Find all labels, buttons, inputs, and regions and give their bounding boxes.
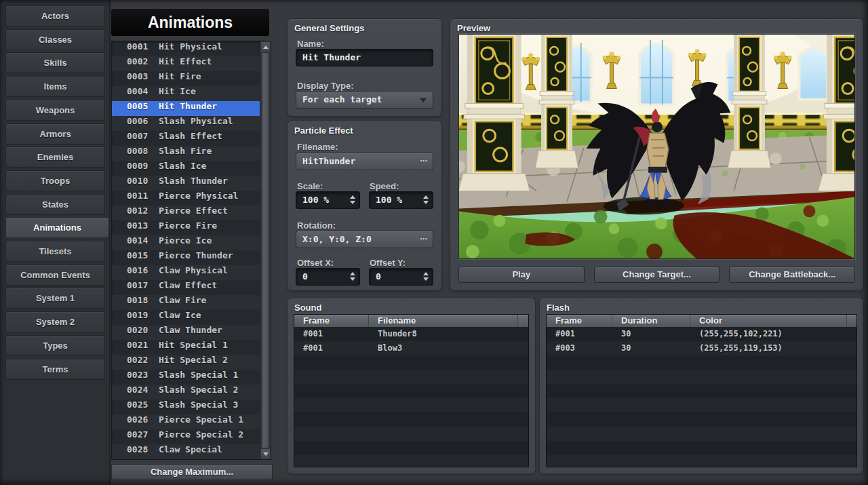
list-item-0001[interactable]: 0001 Hit Physical	[112, 41, 260, 56]
sidebar-tab-terms[interactable]: Terms	[5, 359, 105, 380]
scroll-down-button[interactable]	[261, 449, 270, 459]
table-row[interactable]: #001Thunder8	[294, 327, 528, 341]
offset-x-spinner[interactable]: 0	[296, 268, 360, 286]
list-item-0006[interactable]: 0006 Slash Physical	[112, 116, 260, 131]
list-item-0026[interactable]: 0026 Pierce Special 1	[112, 414, 260, 429]
column-header-color[interactable]: Color	[690, 315, 847, 327]
list-item-0016[interactable]: 0016 Claw Physical	[112, 265, 260, 280]
display-type-dropdown[interactable]: For each target	[296, 91, 433, 109]
list-item-0002[interactable]: 0002 Hit Effect	[112, 56, 260, 71]
list-item-0008[interactable]: 0008 Slash Fire	[112, 146, 260, 161]
change-maximum-button[interactable]: Change Maximum...	[111, 464, 273, 480]
display-type-label: Display Type:	[297, 81, 354, 91]
scroll-thumb[interactable]	[262, 52, 269, 448]
table-cell: #001	[547, 327, 612, 341]
list-scrollbar[interactable]	[260, 41, 271, 459]
table-row[interactable]: #00330(255,255,119,153)	[547, 341, 856, 355]
table-cell: (255,255,119,153)	[690, 341, 847, 355]
list-item-0004[interactable]: 0004 Hit Ice	[112, 86, 260, 101]
list-item-0015[interactable]: 0015 Pierce Thunder	[112, 250, 260, 265]
sidebar-tab-troops[interactable]: Troops	[5, 170, 105, 191]
column-header-stub	[518, 315, 528, 327]
list-item-0010[interactable]: 0010 Slash Thunder	[112, 176, 260, 191]
list-item-0007[interactable]: 0007 Slash Effect	[112, 131, 260, 146]
name-input[interactable]: Hit Thunder	[296, 49, 433, 66]
flash-table[interactable]: Frame Duration Color #00130(255,255,102,…	[547, 315, 856, 467]
flash-table-body: #00130(255,255,102,221)#00330(255,255,11…	[547, 327, 856, 355]
filename-button[interactable]: HitThunder ...	[296, 153, 433, 170]
table-cell: Blow3	[369, 341, 518, 355]
sidebar-tab-weapons[interactable]: Weapons	[5, 100, 105, 121]
animation-listbox[interactable]: 0001 Hit Physical0002 Hit Effect0003 Hit…	[111, 41, 271, 460]
sidebar-tab-types[interactable]: Types	[5, 335, 105, 356]
spinner-arrows-icon[interactable]	[350, 272, 355, 281]
sound-panel: Sound Frame Filename #001Thunder8#001Blo…	[288, 298, 535, 473]
battleback-art	[459, 35, 854, 258]
scroll-up-button[interactable]	[261, 42, 270, 52]
sidebar-tab-enemies[interactable]: Enemies	[5, 147, 105, 168]
table-cell: (255,255,102,221)	[690, 327, 847, 341]
list-item-0027[interactable]: 0027 Pierce Special 2	[112, 429, 260, 444]
list-item-0025[interactable]: 0025 Slash Special 3	[112, 400, 260, 414]
rotation-value: X:0, Y:0, Z:0	[302, 234, 372, 244]
list-item-0021[interactable]: 0021 Hit Special 1	[112, 340, 260, 355]
rotation-button[interactable]: X:0, Y:0, Z:0 ...	[296, 231, 433, 248]
column-header-frame[interactable]: Frame	[547, 315, 612, 327]
change-battleback-button[interactable]: Change Battleback...	[729, 267, 855, 283]
list-item-0020[interactable]: 0020 Claw Thunder	[112, 325, 260, 340]
table-cell: #001	[294, 327, 369, 341]
panel-title: General Settings	[294, 23, 364, 33]
list-item-0022[interactable]: 0022 Hit Special 2	[112, 355, 260, 370]
display-type-value: For each target	[302, 94, 382, 104]
table-row[interactable]: #001Blow3	[294, 341, 528, 355]
sidebar-tab-system-2[interactable]: System 2	[5, 311, 105, 332]
sidebar-tab-animations[interactable]: Animations	[5, 217, 109, 238]
speed-spinner[interactable]: 100 %	[369, 191, 433, 209]
sound-table-header: Frame Filename	[294, 315, 528, 327]
sound-table[interactable]: Frame Filename #001Thunder8#001Blow3	[294, 315, 528, 467]
list-item-0019[interactable]: 0019 Claw Ice	[112, 310, 260, 325]
rotation-label: Rotation:	[297, 220, 336, 231]
flash-panel: Flash Frame Duration Color #00130(255,25…	[540, 298, 863, 473]
chevron-down-icon	[420, 98, 427, 102]
list-item-0018[interactable]: 0018 Claw Fire	[112, 295, 260, 310]
sidebar-tab-classes[interactable]: Classes	[5, 29, 105, 50]
list-item-0011[interactable]: 0011 Pierce Physical	[112, 191, 260, 206]
sidebar-tab-common-events[interactable]: Common Events	[5, 265, 105, 286]
sound-table-body: #001Thunder8#001Blow3	[294, 327, 528, 355]
sidebar-tab-actors[interactable]: Actors	[5, 5, 105, 26]
sidebar-tab-armors[interactable]: Armors	[5, 123, 105, 144]
column-header-stub	[847, 315, 856, 327]
column-header-frame[interactable]: Frame	[294, 315, 369, 327]
list-item-0023[interactable]: 0023 Slash Special 1	[112, 370, 260, 385]
sidebar-tab-items[interactable]: Items	[5, 76, 105, 97]
list-item-0012[interactable]: 0012 Pierce Effect	[112, 206, 260, 220]
change-target-button[interactable]: Change Target...	[594, 267, 720, 283]
spinner-arrows-icon[interactable]	[423, 195, 429, 204]
spinner-arrows-icon[interactable]	[350, 195, 355, 204]
list-item-0003[interactable]: 0003 Hit Fire	[112, 71, 260, 86]
offset-y-spinner[interactable]: 0	[369, 268, 433, 286]
speed-label: Speed:	[370, 181, 399, 191]
scale-spinner[interactable]: 100 %	[296, 191, 360, 209]
sidebar-tab-states[interactable]: States	[5, 194, 105, 215]
list-item-0013[interactable]: 0013 Pierce Fire	[112, 220, 260, 235]
database-sidebar: ActorsClassesSkillsItemsWeaponsArmorsEne…	[0, 0, 111, 485]
list-item-0005[interactable]: 0005 Hit Thunder	[112, 101, 260, 116]
panel-title: Preview	[457, 23, 490, 33]
play-button[interactable]: Play	[458, 267, 585, 283]
browse-ellipsis: ...	[420, 153, 427, 163]
sidebar-tab-tilesets[interactable]: Tilesets	[5, 241, 105, 262]
list-item-0009[interactable]: 0009 Slash Ice	[112, 161, 260, 176]
animation-list: 0001 Hit Physical0002 Hit Effect0003 Hit…	[112, 41, 271, 459]
column-header-filename[interactable]: Filename	[369, 315, 518, 327]
list-item-0028[interactable]: 0028 Claw Special	[112, 444, 260, 459]
sidebar-tab-system-1[interactable]: System 1	[5, 288, 105, 309]
list-item-0024[interactable]: 0024 Slash Special 2	[112, 385, 260, 400]
table-row[interactable]: #00130(255,255,102,221)	[547, 327, 856, 341]
spinner-arrows-icon[interactable]	[423, 272, 429, 281]
list-item-0014[interactable]: 0014 Pierce Ice	[112, 235, 260, 250]
list-item-0017[interactable]: 0017 Claw Effect	[112, 280, 260, 295]
sidebar-tab-skills[interactable]: Skills	[5, 52, 105, 73]
column-header-duration[interactable]: Duration	[612, 315, 690, 327]
